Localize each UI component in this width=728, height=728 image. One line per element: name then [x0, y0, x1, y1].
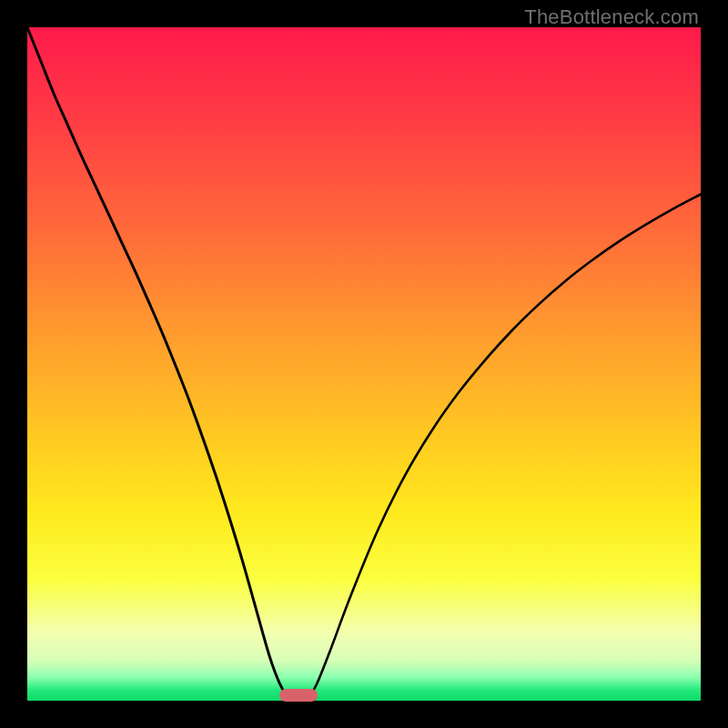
watermark-text: TheBottleneck.com	[524, 5, 699, 29]
plot-frame	[27, 27, 701, 701]
background-gradient	[27, 27, 701, 701]
optimal-marker	[279, 689, 318, 702]
